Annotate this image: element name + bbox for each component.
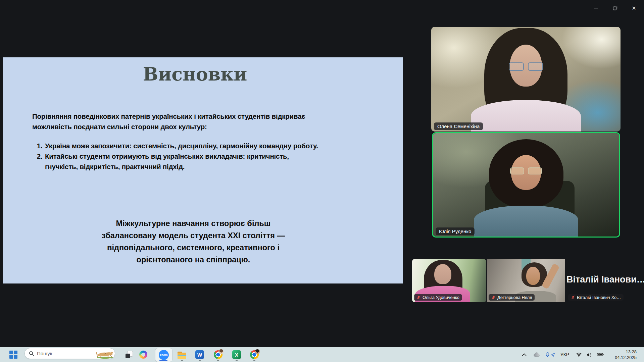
muted-mic-icon [491, 295, 496, 300]
participant-video [433, 133, 619, 237]
video-tile-olena-semenikhina[interactable]: Олена Семеніхіна [431, 27, 621, 132]
excel-button[interactable]: X [232, 350, 241, 359]
participant-name-label: Олена Семеніхіна [434, 122, 483, 130]
magnifier-icon [29, 351, 34, 356]
participant-name: Юлія Руденко [439, 228, 471, 234]
participant-name: Ольга Удовиченко [423, 295, 459, 300]
participant-display-name-large: Віталій Іванови… [566, 274, 644, 285]
start-button[interactable] [9, 350, 18, 359]
file-explorer-button[interactable] [178, 351, 186, 360]
battery-button[interactable] [595, 347, 605, 362]
chrome-icon [214, 350, 222, 359]
glasses-lens [510, 167, 524, 175]
task-view-icon [125, 350, 134, 359]
video-tile-vitalii-no-video[interactable]: Віталій Іванови… Віталій Іванович Хо… [566, 259, 644, 302]
participant-name: Віталій Іванович Хо… [577, 295, 621, 300]
close-button[interactable]: ✕ [626, 3, 642, 13]
slide-highlight-line: орієнтованого на співпрацю. [3, 254, 384, 266]
microphone-in-use-icon [546, 352, 549, 358]
language-indicator[interactable]: УКР [558, 347, 572, 362]
word-button[interactable]: W [195, 350, 204, 359]
glasses-shape [509, 62, 543, 71]
profile-avatar [255, 349, 260, 354]
muted-mic-icon [416, 295, 421, 300]
location-in-use-indicator[interactable] [550, 347, 556, 362]
excel-icon-letter: X [235, 352, 238, 358]
slide-highlight-block: Міжкультурне навчання створює більш збал… [3, 217, 384, 266]
slide-highlight-line: збалансовану модель студента XXI столітт… [3, 229, 384, 242]
slide-title: Висновки [3, 63, 387, 85]
language-code: УКР [560, 352, 569, 357]
profile-avatar [218, 349, 224, 354]
tray-date: 04.12.2025 [611, 355, 637, 360]
slide-numbered-list: Україна може запозичити: системність, ди… [32, 141, 324, 172]
onedrive-button[interactable] [531, 347, 541, 362]
word-icon: W [195, 350, 204, 359]
wifi-icon [576, 352, 582, 357]
face-shape [434, 264, 451, 284]
excel-icon: X [232, 350, 241, 359]
running-indicator [253, 360, 255, 361]
chrome-button-1[interactable] [214, 350, 222, 359]
tray-overflow-button[interactable] [519, 347, 529, 362]
slide-list-item: Китайські студенти отримують від українс… [44, 151, 324, 172]
close-icon: ✕ [632, 5, 636, 11]
running-indicator [181, 360, 183, 361]
participant-video [431, 27, 621, 132]
chrome-icon [250, 350, 259, 359]
chevron-up-icon [522, 353, 527, 356]
copilot-button[interactable] [139, 350, 148, 359]
running-indicator [217, 360, 219, 361]
speaker-icon [586, 352, 592, 357]
taskbar-search-box[interactable] [24, 348, 115, 359]
minimize-button[interactable] [588, 3, 604, 13]
shared-screen-slide: Висновки Порівняння поведінкових патерні… [3, 57, 403, 283]
video-tile-olha-udovychenko[interactable]: Ольга Удовиченко [412, 259, 486, 302]
copilot-icon [139, 351, 147, 359]
zoom-icon: zoom [159, 350, 169, 360]
glasses-shape [510, 167, 542, 175]
participant-name: Дегтярьова Неля [497, 295, 532, 300]
participant-name-label: Віталій Іванович Хо… [568, 294, 624, 301]
muted-mic-icon [571, 295, 575, 300]
folder-icon [178, 352, 186, 359]
word-icon-letter: W [197, 352, 202, 358]
task-view-button[interactable] [125, 350, 134, 359]
zoom-running-indicator [159, 360, 167, 361]
torso-shape [471, 100, 581, 132]
battery-charging-icon [597, 353, 604, 357]
zoom-icon-label: zoom [160, 353, 167, 357]
minimize-icon [594, 8, 598, 8]
zoom-meeting-window: ✕ Висновки Порівняння поведінкових патер… [0, 0, 644, 362]
participant-name-label: Юлія Руденко [436, 227, 475, 235]
taskbar: zoom W X [0, 347, 644, 362]
wifi-button[interactable] [575, 347, 583, 362]
face-shape [526, 267, 540, 285]
onedrive-cloud-icon [533, 352, 540, 357]
tray-time: 13:28 [611, 349, 637, 355]
chrome-button-2[interactable] [250, 350, 259, 359]
volume-button[interactable] [585, 347, 593, 362]
video-tile-dehtiarova-nelia[interactable]: Дегтярьова Неля [487, 259, 565, 302]
participant-name: Олена Семеніхіна [437, 123, 480, 129]
participant-name-label: Ольга Удовиченко [414, 294, 462, 301]
restore-button[interactable] [607, 3, 623, 13]
video-tile-yuliia-rudenko-active-speaker[interactable]: Юлія Руденко [432, 132, 620, 238]
glasses-lens [509, 62, 524, 71]
running-indicator [199, 360, 201, 361]
slide-list-item: Україна може запозичити: системність, ди… [44, 141, 324, 151]
location-in-use-icon [551, 353, 555, 357]
running-indicator [236, 360, 238, 361]
glasses-lens [528, 62, 543, 71]
slide-highlight-line: Міжкультурне навчання створює більш [3, 217, 384, 229]
search-input[interactable] [34, 351, 95, 356]
participant-name-label: Дегтярьова Неля [489, 294, 535, 301]
slide-highlight-line: відповідального, системного, креативного… [3, 242, 384, 254]
cheetah-daily-image [95, 348, 115, 359]
glasses-lens [528, 167, 542, 175]
windows-logo-icon [9, 351, 17, 359]
tray-clock[interactable]: 13:28 04.12.2025 [611, 349, 637, 360]
torso-shape [474, 206, 578, 237]
restore-icon [613, 6, 617, 10]
slide-intro-paragraph: Порівняння поведінкових патернів українс… [32, 111, 307, 132]
